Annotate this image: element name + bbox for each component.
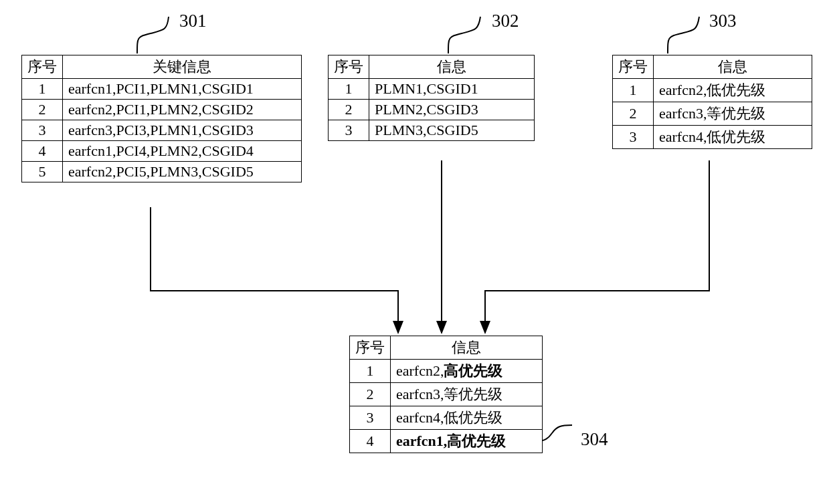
table-row: 1earfcn2,低优先级 xyxy=(613,79,812,102)
table-row: 序号 关键信息 xyxy=(22,55,302,79)
label-302: 302 xyxy=(492,11,519,31)
table-row: 3earfcn4,低优先级 xyxy=(613,126,812,149)
seq-cell: 4 xyxy=(350,430,391,453)
info-cell: earfcn1,PCI4,PLMN2,CSGID4 xyxy=(63,141,302,162)
seq-cell: 1 xyxy=(350,360,391,383)
info-cell: earfcn4,低优先级 xyxy=(391,406,543,430)
info-cell: earfcn2,高优先级 xyxy=(391,360,543,383)
seq-cell: 3 xyxy=(22,120,63,141)
seq-cell: 1 xyxy=(613,79,654,102)
seq-cell: 2 xyxy=(329,100,369,120)
table-row: 序号 信息 xyxy=(613,55,812,79)
label-304: 304 xyxy=(581,429,608,450)
table-302: 序号 信息 1PLMN1,CSGID12PLMN2,CSGID33PLMN3,C… xyxy=(328,55,535,141)
info-cell: earfcn3,等优先级 xyxy=(654,102,812,126)
seq-cell: 1 xyxy=(22,79,63,100)
table-row: 4earfcn1,高优先级 xyxy=(350,430,543,453)
col-seq-header: 序号 xyxy=(350,336,391,360)
table-row: 5earfcn2,PCI5,PLMN3,CSGID5 xyxy=(22,162,302,182)
seq-cell: 1 xyxy=(329,79,369,100)
seq-cell: 5 xyxy=(22,162,63,182)
seq-cell: 2 xyxy=(613,102,654,126)
seq-cell: 2 xyxy=(350,383,391,406)
table-row: 序号 信息 xyxy=(329,55,535,79)
table-row: 3earfcn4,低优先级 xyxy=(350,406,543,430)
info-cell: earfcn2,低优先级 xyxy=(654,79,812,102)
label-303: 303 xyxy=(709,11,737,31)
col-info-header: 信息 xyxy=(369,55,535,79)
table-row: 2earfcn2,PCI1,PLMN2,CSGID2 xyxy=(22,100,302,120)
table-row: 4earfcn1,PCI4,PLMN2,CSGID4 xyxy=(22,141,302,162)
info-cell: PLMN1,CSGID1 xyxy=(369,79,535,100)
table-row: 序号 信息 xyxy=(350,336,543,360)
info-cell: PLMN3,CSGID5 xyxy=(369,120,535,141)
info-cell: PLMN2,CSGID3 xyxy=(369,100,535,120)
table-303: 序号 信息 1earfcn2,低优先级2earfcn3,等优先级3earfcn4… xyxy=(612,55,812,149)
info-cell: earfcn3,PCI3,PLMN1,CSGID3 xyxy=(63,120,302,141)
table-row: 1earfcn2,高优先级 xyxy=(350,360,543,383)
col-seq-header: 序号 xyxy=(22,55,63,79)
table-row: 3PLMN3,CSGID5 xyxy=(329,120,535,141)
col-seq-header: 序号 xyxy=(329,55,369,79)
info-cell: earfcn3,等优先级 xyxy=(391,383,543,406)
table-row: 2earfcn3,等优先级 xyxy=(613,102,812,126)
info-cell: earfcn2,PCI5,PLMN3,CSGID5 xyxy=(63,162,302,182)
table-row: 2earfcn3,等优先级 xyxy=(350,383,543,406)
label-301: 301 xyxy=(179,11,207,31)
info-cell: earfcn2,PCI1,PLMN2,CSGID2 xyxy=(63,100,302,120)
col-info-header: 信息 xyxy=(391,336,543,360)
seq-cell: 3 xyxy=(329,120,369,141)
seq-cell: 2 xyxy=(22,100,63,120)
seq-cell: 4 xyxy=(22,141,63,162)
table-row: 1PLMN1,CSGID1 xyxy=(329,79,535,100)
col-keyinfo-header: 关键信息 xyxy=(63,55,302,79)
table-row: 3earfcn3,PCI3,PLMN1,CSGID3 xyxy=(22,120,302,141)
table-304: 序号 信息 1earfcn2,高优先级2earfcn3,等优先级3earfcn4… xyxy=(349,336,543,453)
table-row: 1earfcn1,PCI1,PLMN1,CSGID1 xyxy=(22,79,302,100)
col-seq-header: 序号 xyxy=(613,55,654,79)
table-row: 2PLMN2,CSGID3 xyxy=(329,100,535,120)
info-cell: earfcn1,PCI1,PLMN1,CSGID1 xyxy=(63,79,302,100)
seq-cell: 3 xyxy=(350,406,391,430)
table-301: 序号 关键信息 1earfcn1,PCI1,PLMN1,CSGID12earfc… xyxy=(21,55,302,182)
col-info-header: 信息 xyxy=(654,55,812,79)
info-cell: earfcn4,低优先级 xyxy=(654,126,812,149)
seq-cell: 3 xyxy=(613,126,654,149)
info-cell: earfcn1,高优先级 xyxy=(391,430,543,453)
